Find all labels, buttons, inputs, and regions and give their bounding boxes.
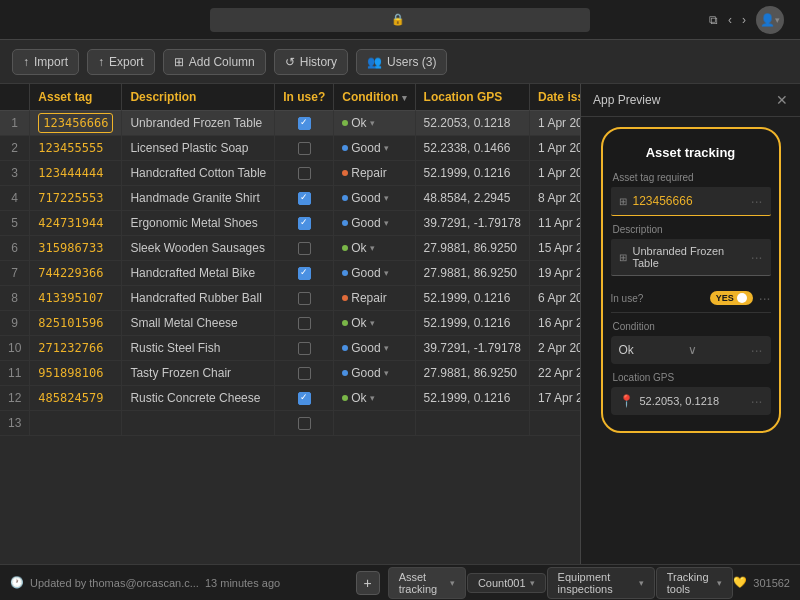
col-condition[interactable]: Condition ▾ [334, 84, 415, 111]
row-tag[interactable]: 123455555 [30, 136, 122, 161]
row-tag[interactable]: 413395107 [30, 286, 122, 311]
table-row[interactable]: 13 [0, 411, 580, 436]
condition-value-row[interactable]: Ok ∨ ··· [611, 336, 771, 364]
description-options[interactable]: ··· [751, 249, 763, 265]
table-row[interactable]: 7744229366Handcrafted Metal BikeGood▾27.… [0, 261, 580, 286]
tab-tracking-tools[interactable]: Tracking tools ▾ [656, 567, 734, 599]
table-row[interactable]: 8413395107Handcrafted Rubber BallRepair5… [0, 286, 580, 311]
row-inuse[interactable] [275, 386, 334, 411]
condition-filter[interactable]: ▾ [384, 143, 389, 153]
inuse-checkbox[interactable] [298, 117, 311, 130]
inuse-checkbox[interactable] [298, 342, 311, 355]
table-row[interactable]: 3123444444Handcrafted Cotton TableRepair… [0, 161, 580, 186]
row-tag[interactable]: 485824579 [30, 386, 122, 411]
user-avatar[interactable]: 👤 ▾ [756, 6, 784, 34]
row-gps: 52.1999, 0.1216 [415, 386, 529, 411]
table-row[interactable]: 1123456666Unbranded Frozen TableOk▾52.20… [0, 111, 580, 136]
tab-count001[interactable]: Count001 ▾ [467, 573, 546, 593]
row-desc: Handmade Granite Shirt [122, 186, 275, 211]
inuse-checkbox[interactable] [298, 292, 311, 305]
table-row[interactable]: 9825101596Small Metal CheeseOk▾52.1999, … [0, 311, 580, 336]
col-gps[interactable]: Location GPS [415, 84, 529, 111]
condition-options[interactable]: ··· [751, 342, 763, 358]
col-date[interactable]: Date issued [530, 84, 580, 111]
inuse-checkbox[interactable] [298, 267, 311, 280]
row-tag[interactable]: 271232766 [30, 336, 122, 361]
inuse-checkbox[interactable] [298, 367, 311, 380]
condition-filter[interactable]: ▾ [384, 343, 389, 353]
row-tag[interactable]: 825101596 [30, 311, 122, 336]
users-button[interactable]: 👥 Users (3) [356, 49, 447, 75]
description-value-row[interactable]: ⊞ Unbranded Frozen Table ··· [611, 239, 771, 276]
condition-filter[interactable]: ▾ [384, 368, 389, 378]
col-description[interactable]: Description [122, 84, 275, 111]
row-inuse[interactable] [275, 361, 334, 386]
table-row[interactable]: 11951898106Tasty Frozen ChairGood▾27.988… [0, 361, 580, 386]
row-tag[interactable]: 123444444 [30, 161, 122, 186]
location-value-row[interactable]: 📍 52.2053, 0.1218 ··· [611, 387, 771, 415]
condition-filter[interactable]: ▾ [384, 193, 389, 203]
row-tag[interactable] [30, 411, 122, 436]
condition-filter[interactable]: ▾ [370, 243, 375, 253]
asset-tag-options[interactable]: ··· [751, 193, 763, 209]
col-inuse[interactable]: In use? [275, 84, 334, 111]
row-inuse[interactable] [275, 286, 334, 311]
inuse-checkbox[interactable] [298, 242, 311, 255]
tab-equipment-inspections[interactable]: Equipment inspections ▾ [547, 567, 655, 599]
row-inuse[interactable] [275, 136, 334, 161]
row-tag[interactable]: 951898106 [30, 361, 122, 386]
inuse-checkbox[interactable] [298, 167, 311, 180]
url-bar[interactable]: 🔒 [210, 8, 590, 32]
inuse-checkbox[interactable] [298, 417, 311, 430]
row-condition: Ok▾ [334, 236, 415, 261]
back-icon[interactable]: ‹ [728, 13, 732, 27]
inuse-checkbox[interactable] [298, 317, 311, 330]
row-tag[interactable]: 717225553 [30, 186, 122, 211]
close-panel-button[interactable]: ✕ [776, 92, 788, 108]
row-inuse[interactable] [275, 311, 334, 336]
inuse-toggle[interactable]: YES [710, 291, 753, 305]
import-button[interactable]: ↑ Import [12, 49, 79, 75]
tab-asset-tracking[interactable]: Asset tracking ▾ [388, 567, 466, 599]
condition-filter[interactable]: ▾ [384, 218, 389, 228]
row-inuse[interactable] [275, 336, 334, 361]
row-inuse[interactable] [275, 186, 334, 211]
row-inuse[interactable] [275, 211, 334, 236]
export-button[interactable]: ↑ Export [87, 49, 155, 75]
row-tag[interactable]: 424731944 [30, 211, 122, 236]
history-button[interactable]: ↺ History [274, 49, 348, 75]
table-row[interactable]: 12485824579Rustic Concrete CheeseOk▾52.1… [0, 386, 580, 411]
row-tag[interactable]: 744229366 [30, 261, 122, 286]
inuse-checkbox[interactable] [298, 392, 311, 405]
location-options[interactable]: ··· [751, 393, 763, 409]
top-bar: 🔒 ⧉ ‹ › 👤 ▾ [0, 0, 800, 40]
row-inuse[interactable] [275, 261, 334, 286]
add-column-button[interactable]: ⊞ Add Column [163, 49, 266, 75]
row-inuse[interactable] [275, 111, 334, 136]
inuse-checkbox[interactable] [298, 142, 311, 155]
inuse-checkbox[interactable] [298, 217, 311, 230]
forward-icon[interactable]: › [742, 13, 746, 27]
condition-filter[interactable]: ▾ [370, 393, 375, 403]
row-tag[interactable]: 123456666 [30, 111, 122, 136]
row-num: 1 [0, 111, 30, 136]
inuse-options[interactable]: ··· [759, 290, 771, 306]
table-row[interactable]: 6315986733Sleek Wooden SausagesOk▾27.988… [0, 236, 580, 261]
table-row[interactable]: 10271232766Rustic Steel FishGood▾39.7291… [0, 336, 580, 361]
add-sheet-button[interactable]: + [356, 571, 380, 595]
asset-tag-value-row[interactable]: ⊞ 123456666 ··· [611, 187, 771, 216]
col-asset-tag[interactable]: Asset tag [30, 84, 122, 111]
split-view-icon[interactable]: ⧉ [709, 13, 718, 27]
inuse-checkbox[interactable] [298, 192, 311, 205]
condition-filter[interactable]: ▾ [370, 318, 375, 328]
condition-filter-icon[interactable]: ▾ [402, 93, 407, 103]
table-row[interactable]: 4717225553Handmade Granite ShirtGood▾48.… [0, 186, 580, 211]
row-inuse[interactable] [275, 236, 334, 261]
table-row[interactable]: 2123455555Licensed Plastic SoapGood▾52.2… [0, 136, 580, 161]
row-inuse[interactable] [275, 161, 334, 186]
condition-filter[interactable]: ▾ [384, 268, 389, 278]
row-inuse[interactable] [275, 411, 334, 436]
condition-filter[interactable]: ▾ [370, 118, 375, 128]
table-row[interactable]: 5424731944Ergonomic Metal ShoesGood▾39.7… [0, 211, 580, 236]
row-tag[interactable]: 315986733 [30, 236, 122, 261]
